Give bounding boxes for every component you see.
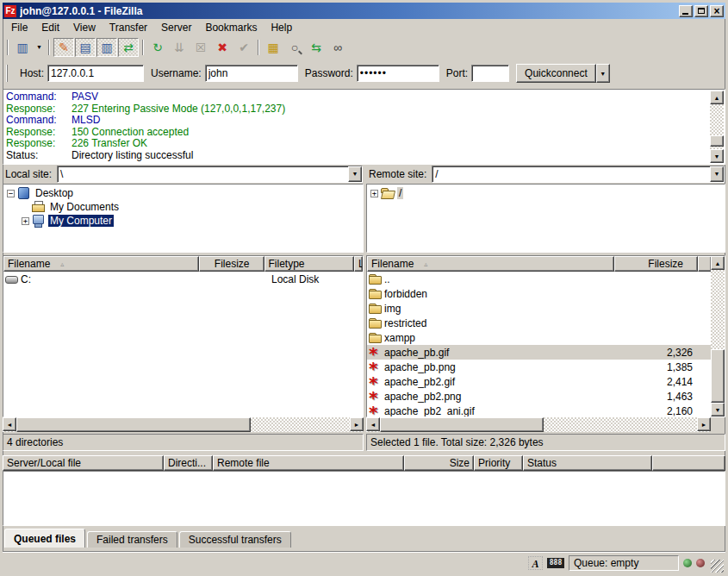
scrollbar-thumb[interactable]: [380, 417, 544, 432]
column-priority[interactable]: Priority: [474, 455, 523, 471]
local-site-value[interactable]: \: [58, 166, 348, 182]
desktop-icon: [17, 187, 31, 199]
log-scrollbar[interactable]: ▲ ▼: [710, 91, 724, 163]
password-input[interactable]: [357, 65, 439, 82]
port-input[interactable]: [471, 65, 509, 82]
remote-vertical-scrollbar[interactable]: ▲ ▼: [711, 256, 725, 416]
tree-item-my-documents[interactable]: My Documents: [3, 200, 363, 214]
local-status-text: 4 directories: [7, 436, 63, 448]
quickconnect-button[interactable]: Quickconnect: [516, 64, 596, 83]
column-remote-file[interactable]: Remote file: [213, 455, 404, 471]
site-manager-dropdown-icon[interactable]: ▼: [34, 38, 45, 57]
tree-expander-icon[interactable]: +: [22, 217, 29, 225]
column-status[interactable]: Status: [523, 455, 652, 471]
column-filename[interactable]: Filename ▵: [3, 256, 199, 272]
file-row[interactable]: apache_pb2_ani.gif 2,160: [367, 404, 712, 417]
toggle-local-tree-icon[interactable]: ▤: [75, 38, 96, 57]
site-manager-icon[interactable]: ▥: [12, 38, 33, 57]
scroll-right-icon[interactable]: ►: [697, 417, 711, 431]
column-filesize[interactable]: Filesize: [199, 256, 264, 272]
toggle-transfer-queue-icon[interactable]: ⇄: [118, 38, 139, 57]
menu-file[interactable]: File: [4, 20, 34, 35]
tree-item-my-computer[interactable]: + My Computer: [3, 214, 363, 228]
column-filesize[interactable]: Filesize: [614, 256, 698, 272]
column-filename[interactable]: Filename ▵: [367, 256, 614, 272]
reconnect-icon[interactable]: ✔: [233, 38, 254, 57]
local-horizontal-scrollbar[interactable]: ◄ ►: [3, 417, 364, 432]
tree-item-desktop[interactable]: − Desktop: [3, 186, 363, 200]
scroll-left-icon[interactable]: ◄: [366, 417, 380, 431]
tree-item-label: My Documents: [48, 201, 121, 213]
file-row[interactable]: ..: [367, 272, 712, 286]
chevron-down-icon[interactable]: ▼: [348, 166, 362, 182]
file-row[interactable]: apache_pb2.png 1,463: [367, 389, 712, 404]
file-row[interactable]: forbidden: [367, 286, 712, 301]
file-row[interactable]: xampp: [367, 330, 712, 345]
app-icon[interactable]: Fz: [4, 5, 16, 17]
folder-open-icon: [381, 187, 395, 199]
title-bar: Fz john@127.0.0.1 - FileZilla: [3, 3, 725, 19]
file-search-icon[interactable]: ○: [284, 38, 305, 57]
close-button[interactable]: [710, 5, 724, 17]
tree-expander-icon[interactable]: −: [7, 190, 15, 197]
file-row[interactable]: C: Local Disk: [3, 272, 363, 286]
file-row[interactable]: apache_pb.png 1,385: [367, 360, 712, 374]
scroll-up-icon[interactable]: ▲: [710, 91, 724, 104]
column-server-local-file[interactable]: Server/Local file: [3, 455, 164, 471]
menu-view[interactable]: View: [66, 20, 103, 35]
username-input[interactable]: [205, 65, 298, 82]
process-queue-icon[interactable]: ⇊: [169, 38, 190, 57]
scrollbar-thumb[interactable]: [711, 349, 725, 403]
tree-item-label: /: [397, 187, 403, 199]
host-input[interactable]: [47, 65, 144, 82]
synchronized-browsing-icon[interactable]: ⇆: [306, 38, 327, 57]
tab-queued-files[interactable]: Queued files: [4, 529, 85, 548]
scroll-up-icon[interactable]: ▲: [711, 256, 725, 270]
directory-comparison-icon[interactable]: ▦: [263, 38, 283, 57]
file-row[interactable]: apache_pb.gif 2,326: [367, 345, 712, 360]
tab-failed-transfers[interactable]: Failed transfers: [87, 531, 177, 548]
menu-server[interactable]: Server: [154, 20, 198, 35]
file-row[interactable]: restricted: [367, 316, 712, 330]
scrollbar-thumb[interactable]: [16, 417, 251, 432]
resize-grip[interactable]: [711, 560, 724, 573]
menu-bookmarks[interactable]: Bookmarks: [198, 20, 264, 35]
tree-item-root[interactable]: + /: [367, 186, 725, 200]
quickconnect-dropdown-icon[interactable]: ▼: [596, 64, 610, 83]
local-site-combo[interactable]: \ ▼: [57, 166, 363, 183]
remote-site-value[interactable]: /: [432, 166, 710, 182]
toggle-remote-tree-icon[interactable]: ▥: [96, 38, 117, 57]
log-line: Response: 226 Transfer OK: [6, 138, 707, 150]
column-filetype[interactable]: Filetype: [264, 256, 355, 272]
scrollbar-thumb[interactable]: [710, 135, 724, 147]
file-row[interactable]: apache_pb2.gif 2,414: [367, 374, 712, 389]
maximize-button[interactable]: [694, 5, 708, 17]
scroll-right-icon[interactable]: ►: [350, 417, 364, 431]
menu-transfer[interactable]: Transfer: [103, 20, 154, 35]
column-last-modified[interactable]: L: [354, 256, 363, 272]
filter-icon[interactable]: ∞: [327, 38, 348, 57]
speed-limits-icon[interactable]: 888: [547, 558, 564, 568]
column-filler[interactable]: [698, 256, 712, 272]
column-filler[interactable]: [652, 455, 725, 471]
tree-expander-icon[interactable]: +: [370, 190, 378, 197]
toggle-message-log-icon[interactable]: ✎: [53, 38, 74, 57]
disconnect-icon[interactable]: ✖: [212, 38, 233, 57]
cancel-operation-icon[interactable]: ☒: [190, 38, 211, 57]
column-direction[interactable]: Directi...: [164, 455, 213, 471]
remote-site-combo[interactable]: / ▼: [432, 166, 725, 183]
file-name: apache_pb2_ani.gif: [384, 405, 475, 417]
scroll-left-icon[interactable]: ◄: [3, 417, 16, 431]
scroll-down-icon[interactable]: ▼: [711, 403, 725, 416]
menu-edit[interactable]: Edit: [34, 20, 66, 35]
column-size[interactable]: Size: [404, 455, 474, 471]
transfer-type-icon[interactable]: A: [528, 556, 543, 570]
menu-help[interactable]: Help: [264, 20, 299, 35]
refresh-icon[interactable]: ↻: [147, 38, 168, 57]
remote-horizontal-scrollbar[interactable]: ◄ ►: [366, 417, 711, 432]
chevron-down-icon[interactable]: ▼: [710, 166, 724, 182]
file-row[interactable]: img: [367, 301, 712, 316]
scroll-down-icon[interactable]: ▼: [710, 149, 724, 163]
tab-successful-transfers[interactable]: Successful transfers: [179, 531, 291, 548]
minimize-button[interactable]: [679, 5, 693, 17]
